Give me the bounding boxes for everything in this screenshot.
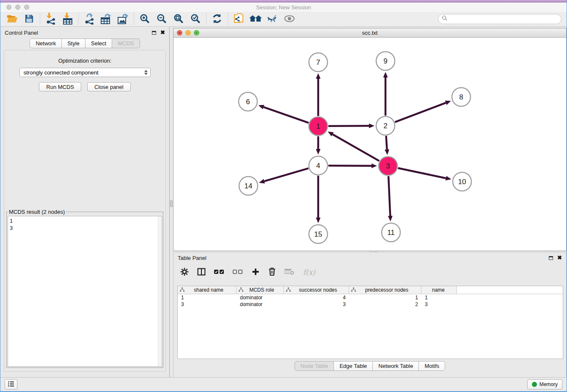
criterion-select[interactable]: strongly connected component <box>19 68 151 77</box>
criterion-value: strongly connected component <box>24 69 99 76</box>
cell-predecessor-nodes[interactable]: 2 <box>349 301 421 307</box>
edge-arrowhead <box>259 179 265 184</box>
tab-motifs[interactable]: Motifs <box>419 361 445 371</box>
show-all-button[interactable] <box>281 13 298 25</box>
mcds-result-box[interactable]: 1 3 <box>8 216 162 367</box>
edge-3-1[interactable] <box>333 134 379 161</box>
close-panel-icon[interactable]: ✖ <box>160 30 165 35</box>
eye-icon <box>284 14 295 25</box>
hide-selected-button[interactable] <box>264 13 281 25</box>
column-header-shared-name[interactable]: shared name <box>178 286 237 294</box>
zoom-out-button[interactable] <box>153 13 170 25</box>
cell-shared-name[interactable]: 1 <box>178 295 237 301</box>
tab-style[interactable]: Style <box>62 39 85 48</box>
zoom-selected-button[interactable] <box>187 13 204 25</box>
cell-successor-nodes[interactable]: 3 <box>284 301 349 307</box>
eye-slash-icon <box>267 14 278 25</box>
search-field[interactable] <box>438 14 561 24</box>
network-canvas[interactable]: 7968124314101511 <box>173 38 566 251</box>
column-header-MCDS-role[interactable]: MCDS role <box>237 286 284 294</box>
fx-icon: f(x) <box>303 268 315 276</box>
column-header-successor-nodes[interactable]: successor nodes <box>284 286 349 294</box>
run-mcds-button[interactable]: Run MCDS <box>39 82 81 91</box>
close-panel-icon[interactable]: ✖ <box>557 256 562 260</box>
main-area: Control Panel ✖ NetworkStyleSelectMCDS O… <box>0 27 567 377</box>
table-row[interactable]: 3dominator323 <box>178 301 563 308</box>
float-panel-icon[interactable] <box>549 256 553 260</box>
table-header-row: shared nameMCDS rolesuccessor nodesprede… <box>178 286 563 294</box>
edge-3-11[interactable] <box>388 176 390 216</box>
import-table-button[interactable] <box>59 13 76 25</box>
main-toolbar <box>0 12 567 27</box>
graph-node-label: 9 <box>383 57 387 65</box>
search-input[interactable] <box>450 16 561 22</box>
table-row[interactable]: 1dominator411 <box>178 294 563 301</box>
close-panel-button[interactable]: Close panel <box>87 82 131 91</box>
unchecked-boxes-icon <box>233 269 243 276</box>
column-header-name[interactable]: name <box>421 286 457 294</box>
table-settings-button[interactable] <box>180 268 189 277</box>
float-panel-icon[interactable] <box>152 31 156 35</box>
edge-2-3[interactable] <box>386 136 387 149</box>
tab-node-table[interactable]: Node Table <box>295 361 334 371</box>
panel-splitter-grip[interactable] <box>170 200 173 207</box>
apply-layout-button[interactable] <box>209 13 226 25</box>
zoom-fit-button[interactable] <box>170 13 187 25</box>
show-column-panel-button[interactable] <box>197 268 206 277</box>
app-titlebar[interactable]: Session: New Session <box>0 3 567 12</box>
column-tree-icon <box>286 286 291 294</box>
cell-name[interactable]: 1 <box>421 295 457 301</box>
clone-network-style-button[interactable] <box>230 13 247 25</box>
edge-4-14[interactable] <box>264 168 308 181</box>
edge-arrowhead <box>385 149 389 155</box>
column-header-predecessor-nodes[interactable]: predecessor nodes <box>349 286 421 294</box>
edge-4-3[interactable] <box>328 166 372 166</box>
edge-arrowhead <box>383 72 388 77</box>
select-stepper-icon <box>144 70 148 75</box>
graph-node-label: 10 <box>458 178 466 186</box>
import-network-button[interactable] <box>42 13 59 25</box>
tab-mcds[interactable]: MCDS <box>112 39 140 48</box>
edge-arrowhead <box>259 105 264 109</box>
edge-2-8[interactable] <box>395 103 446 122</box>
delete-column-button[interactable] <box>268 268 276 277</box>
delete-table-button[interactable] <box>284 268 295 276</box>
edge-1-2[interactable] <box>328 126 369 126</box>
export-image-button[interactable] <box>115 13 132 25</box>
select-all-columns-button[interactable] <box>214 269 224 276</box>
cell-MCDS-role[interactable]: dominator <box>237 295 284 301</box>
statusbar: Memory <box>0 377 567 391</box>
cell-predecessor-nodes[interactable]: 1 <box>349 295 421 301</box>
open-session-button[interactable] <box>4 13 21 25</box>
columns-icon <box>197 268 206 277</box>
tab-network[interactable]: Network <box>30 39 62 48</box>
network-title: scc.txt <box>173 30 566 36</box>
cell-shared-name[interactable]: 3 <box>178 301 237 307</box>
cell-MCDS-role[interactable]: dominator <box>237 301 284 307</box>
first-neighbors-button[interactable] <box>247 13 264 25</box>
tab-select[interactable]: Select <box>85 39 112 48</box>
app-window: Session: New Session <box>0 0 567 392</box>
tab-network-table[interactable]: Network Table <box>373 361 419 371</box>
function-builder-button[interactable]: f(x) <box>303 268 315 276</box>
export-table-button[interactable] <box>98 13 115 25</box>
network-graph[interactable]: 7968124314101511 <box>173 38 567 251</box>
task-history-button[interactable] <box>5 379 17 389</box>
memory-button[interactable]: Memory <box>527 379 562 389</box>
network-titlebar[interactable]: ✕ − + scc.txt <box>173 28 566 38</box>
column-tree-icon <box>351 286 356 294</box>
edge-1-6[interactable] <box>264 107 309 123</box>
export-network-button[interactable] <box>81 13 98 25</box>
tab-edge-table[interactable]: Edge Table <box>334 361 373 371</box>
zoom-in-button[interactable] <box>136 13 153 25</box>
control-panel-title: Control Panel <box>5 30 38 36</box>
node-table[interactable]: shared nameMCDS rolesuccessor nodesprede… <box>177 286 563 359</box>
save-floppy-icon <box>25 14 34 25</box>
unselect-all-columns-button[interactable] <box>233 269 243 276</box>
cell-name[interactable]: 3 <box>421 301 457 307</box>
cell-successor-nodes[interactable]: 4 <box>284 295 349 301</box>
result-scrollbar[interactable] <box>158 216 162 366</box>
save-session-button[interactable] <box>21 13 38 25</box>
add-column-button[interactable] <box>251 268 260 277</box>
edge-3-10[interactable] <box>398 168 446 178</box>
